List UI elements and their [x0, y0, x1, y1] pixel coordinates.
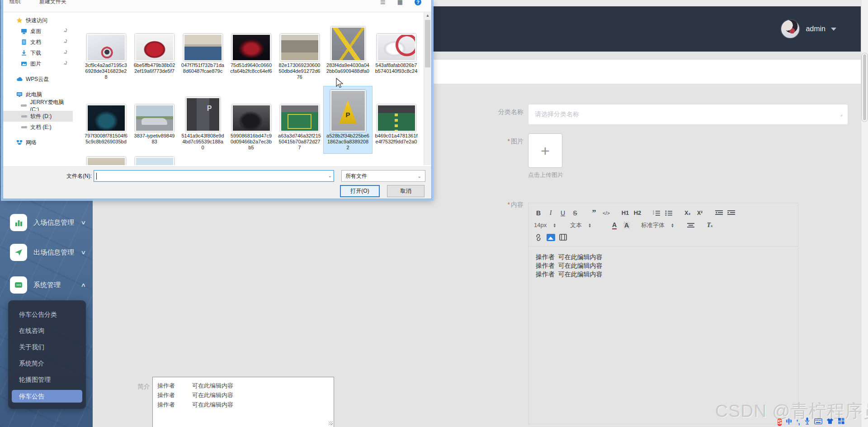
category-placeholder: 请选择分类名称 [535, 110, 579, 119]
superscript-icon[interactable]: X² [695, 208, 704, 218]
green-parking-lot-thumbnail-icon [280, 104, 319, 132]
italic-icon[interactable]: I [546, 208, 555, 218]
bold-icon[interactable]: B [534, 208, 543, 218]
submenu-item[interactable]: 在线咨询 [12, 324, 82, 339]
resize-grip-icon[interactable] [329, 421, 333, 425]
cancel-button[interactable]: 取消 [387, 185, 425, 197]
dialog-nav-item[interactable]: 下载 [3, 47, 73, 58]
dialog-nav-item[interactable]: 网络 [3, 137, 73, 148]
thumbnail-view-icon[interactable]: ▦ [397, 0, 403, 5]
dialog-nav-item[interactable]: 快速访问 [3, 15, 73, 26]
new-folder-button[interactable]: 新建文件夹 [39, 0, 66, 5]
underline-icon[interactable]: U [558, 208, 567, 218]
dialog-nav-item[interactable]: 文档 (E:) [3, 122, 73, 133]
file-item[interactable]: b469c01a4781361fe4f7532f9dd7e2a0 [372, 86, 420, 153]
align-icon[interactable] [686, 220, 695, 230]
category-label: 分类名称 [474, 108, 524, 116]
dialog-nav-item[interactable]: WPS云盘 [3, 74, 73, 85]
sogou-logo-icon[interactable]: S [778, 418, 782, 427]
h2-icon[interactable]: H2 [633, 208, 642, 218]
dialog-nav-item[interactable]: 文档 [3, 37, 73, 47]
punctuation-icon[interactable]: ’, [796, 418, 800, 426]
white-car-red-swoosh-thumbnail-icon [377, 34, 416, 61]
keyboard-icon[interactable] [814, 418, 822, 426]
file-item[interactable]: 599086816bd47c90d09466b2a7ec3bb5 [227, 86, 275, 153]
user-menu[interactable]: admin [780, 15, 836, 43]
file-item[interactable]: 82e17306923060050dbd4de91272d676 [275, 16, 324, 83]
image-icon[interactable] [546, 232, 555, 242]
file-item[interactable]: 283f4da9e4030a042bb0a6909488dfa0 [324, 16, 372, 83]
file-item[interactable]: 797f3008f781504f65c9c8b9269035bd [82, 86, 130, 153]
submenu-item[interactable]: 系统简介 [12, 356, 82, 372]
dialog-nav-item[interactable]: 软件 (D:) [3, 111, 73, 122]
bg-color-icon[interactable]: A [622, 220, 631, 230]
chevron-down-icon [831, 28, 836, 31]
text-color-icon[interactable]: A [610, 220, 619, 230]
skin-icon[interactable] [826, 418, 834, 426]
pin-icon [63, 61, 68, 67]
avatar[interactable] [780, 19, 800, 39]
h1-icon[interactable]: H1 [621, 208, 630, 218]
editor-content[interactable]: 操作者 可在此编辑内容操作者 可在此编辑内容操作者 可在此编辑内容 [528, 247, 798, 285]
sidebar-item-1[interactable]: 出场信息管理∨ [0, 242, 93, 263]
sidebar-item-0[interactable]: 入场信息管理∨ [0, 212, 93, 233]
dialog-toolbar: 组织 新建文件夹 ☰ ▦ ? [3, 0, 431, 12]
rich-text-editor[interactable]: BIUS”</>H1H212X₂X² 14px▲▼文本▲▼AA标准字体▲▼Tx … [528, 203, 798, 424]
filename-input[interactable]: ⌄ [94, 170, 334, 182]
scrollbar-thumb[interactable] [862, 53, 867, 121]
sidebar-item-2[interactable]: 系统管理∧ [0, 274, 93, 296]
submenu-item[interactable]: 停车公告分类 [12, 308, 82, 323]
file-item[interactable]: 5141a9c43f808e9d4bd7c95539c188a0 [179, 86, 227, 153]
file-item[interactable]: 543af8afab0826b7b5740140f93c8c24 [372, 16, 420, 83]
intro-textarea[interactable]: 操作者可在此编辑内容操作者可在此编辑内容操作者可在此编辑内容 [152, 377, 334, 427]
outdent-icon[interactable] [714, 208, 723, 218]
scroll-up-icon[interactable]: ▲ [424, 12, 431, 19]
submenu-item[interactable]: 关于我们 [12, 340, 82, 356]
chinese-mode-icon[interactable]: 中 [786, 418, 792, 426]
filetype-select[interactable]: 所有文件 ⌄ [341, 170, 425, 182]
scrollbar-thumb[interactable] [425, 20, 430, 67]
blockquote-icon[interactable]: ” [590, 208, 599, 218]
file-item[interactable]: a63a3d746a32f21550415b70a872d277 [275, 86, 324, 153]
file-name: 82e17306923060050dbd4de91272d676 [278, 62, 321, 80]
chevron-down-icon[interactable]: ⌄ [328, 173, 332, 178]
indent-icon[interactable] [726, 208, 736, 218]
file-item[interactable] [82, 157, 130, 165]
file-item[interactable]: 75d51d9640c0660cfa64b2fc8cc64ef6 [227, 16, 275, 83]
file-grid-scrollbar[interactable]: ▲ [424, 12, 431, 165]
file-item[interactable]: 3cf9c4a2ad7195c36928de3416823e28 [82, 16, 130, 83]
dialog-nav-item[interactable]: 图片 [3, 58, 73, 69]
file-item[interactable]: 6be5ffb479b38b022ef19a6f773de5f7 [130, 16, 179, 83]
submenu-item[interactable]: 轮播图管理 [12, 373, 82, 388]
mouse-cursor-icon [335, 78, 344, 89]
open-button[interactable]: 打开(O) [340, 185, 380, 197]
toolbox-icon[interactable] [838, 418, 844, 426]
video-icon[interactable] [558, 232, 567, 242]
font-size-select[interactable]: 14px▲▼ [534, 222, 560, 228]
link-icon[interactable] [534, 232, 543, 242]
submenu-item[interactable]: 停车公告 [12, 390, 82, 403]
help-icon[interactable]: ? [415, 0, 421, 5]
list-view-icon[interactable]: ☰ [380, 0, 386, 5]
format-select[interactable]: 文本▲▼ [570, 221, 600, 229]
file-item[interactable]: 047f7f51f732b71da8d60487fcae879c [179, 16, 227, 83]
page-scrollbar[interactable] [861, 0, 868, 427]
file-name: a528b2f34b225be61862ac9a83892082 [326, 133, 370, 151]
code-icon[interactable]: </> [602, 208, 611, 218]
strikethrough-icon[interactable]: S [571, 208, 580, 218]
file-item[interactable]: a528b2f34b225be61862ac9a83892082 [324, 86, 372, 153]
dialog-nav-item[interactable]: JERRY爱电脑 (C:) [3, 100, 73, 111]
file-item[interactable] [130, 157, 179, 165]
ordered-list-icon[interactable]: 12 [652, 208, 661, 218]
subscript-icon[interactable]: X₂ [683, 208, 692, 218]
file-item[interactable]: 3837-iypetiv8984983 [130, 86, 179, 153]
clear-format-icon[interactable]: Tx [705, 220, 714, 230]
ime-toolbar[interactable]: S中’, [778, 417, 844, 427]
dialog-nav-item[interactable]: 桌面 [3, 26, 73, 37]
image-upload-button[interactable]: + [528, 133, 562, 168]
font-family-select[interactable]: 标准字体▲▼ [641, 221, 676, 229]
microphone-icon[interactable] [804, 417, 810, 427]
category-select[interactable]: 请选择分类名称 ⌄ [528, 104, 848, 125]
organize-button[interactable]: 组织 [9, 0, 20, 5]
bullet-list-icon[interactable] [664, 208, 673, 218]
